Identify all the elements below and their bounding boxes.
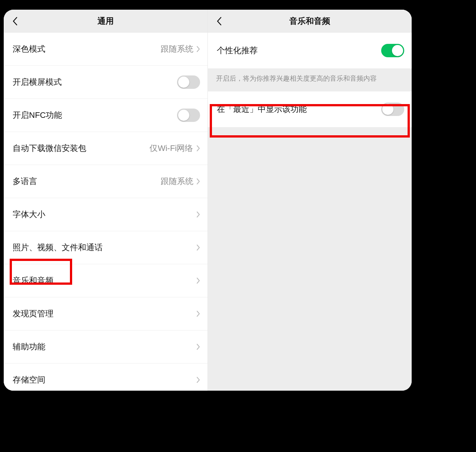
- toggle-landscape[interactable]: [177, 75, 200, 89]
- right-pane: 音乐和音频 个性化推荐 开启后，将为你推荐兴趣相关度更高的音乐和音频内容 在「最…: [208, 10, 412, 391]
- right-title: 音乐和音频: [208, 16, 412, 27]
- row-discover-manage[interactable]: 发现页管理: [4, 297, 208, 330]
- toggle-personalize[interactable]: [381, 44, 404, 57]
- row-personalize[interactable]: 个性化推荐: [208, 33, 412, 68]
- right-group-1: 个性化推荐: [208, 33, 412, 68]
- row-label: 存储空间: [13, 374, 45, 385]
- chevron-right-icon: [196, 145, 200, 152]
- row-label: 音乐和音频: [13, 275, 54, 286]
- row-label: 多语言: [13, 176, 37, 187]
- left-list: 深色模式 跟随系统 开启横屏模式 开启NFC功能 自动下载微信安装包 仅Wi-F…: [4, 33, 208, 391]
- row-tail: 跟随系统: [161, 43, 200, 55]
- row-media[interactable]: 照片、视频、文件和通话: [4, 231, 208, 264]
- row-value: 跟随系统: [161, 43, 193, 55]
- row-show-recent[interactable]: 在「最近」中显示该功能: [208, 91, 412, 127]
- toggle-show-recent[interactable]: [381, 103, 404, 116]
- row-storage[interactable]: 存储空间: [4, 364, 208, 391]
- row-font-size[interactable]: 字体大小: [4, 198, 208, 231]
- chevron-left-icon: [216, 17, 222, 26]
- row-label: 自动下载微信安装包: [13, 143, 86, 154]
- row-accessibility[interactable]: 辅助功能: [4, 330, 208, 364]
- row-value: 仅Wi-Fi网络: [149, 143, 193, 154]
- row-label: 发现页管理: [13, 308, 54, 319]
- row-label: 字体大小: [13, 209, 45, 220]
- row-language[interactable]: 多语言 跟随系统: [4, 165, 208, 198]
- right-header: 音乐和音频: [208, 10, 412, 33]
- left-title: 通用: [4, 16, 208, 27]
- personalize-description: 开启后，将为你推荐兴趣相关度更高的音乐和音频内容: [208, 68, 412, 91]
- chevron-right-icon: [196, 46, 200, 52]
- chevron-right-icon: [196, 377, 200, 383]
- row-landscape[interactable]: 开启横屏模式: [4, 66, 208, 99]
- row-music-audio[interactable]: 音乐和音频: [4, 264, 208, 297]
- chevron-right-icon: [196, 343, 200, 350]
- right-group-2: 在「最近」中显示该功能: [208, 91, 412, 127]
- row-label: 个性化推荐: [217, 45, 258, 56]
- row-label: 开启NFC功能: [13, 110, 62, 121]
- row-dark-mode[interactable]: 深色模式 跟随系统: [4, 33, 208, 66]
- row-label: 开启横屏模式: [13, 77, 62, 88]
- left-pane: 通用 深色模式 跟随系统 开启横屏模式 开启NFC功能 自动下载微信安装包: [4, 10, 208, 391]
- chevron-right-icon: [196, 178, 200, 185]
- back-button-right[interactable]: [208, 10, 230, 33]
- chevron-right-icon: [196, 310, 200, 317]
- back-button-left[interactable]: [4, 10, 26, 33]
- row-label: 照片、视频、文件和通话: [13, 242, 103, 253]
- row-label: 深色模式: [13, 43, 45, 55]
- chevron-right-icon: [196, 277, 200, 284]
- chevron-left-icon: [12, 17, 17, 26]
- row-value: 跟随系统: [161, 176, 193, 187]
- toggle-nfc[interactable]: [177, 109, 200, 122]
- row-label: 辅助功能: [13, 341, 45, 352]
- row-auto-download[interactable]: 自动下载微信安装包 仅Wi-Fi网络: [4, 132, 208, 165]
- chevron-right-icon: [196, 244, 200, 251]
- settings-card: 通用 深色模式 跟随系统 开启横屏模式 开启NFC功能 自动下载微信安装包: [4, 10, 412, 391]
- left-header: 通用: [4, 10, 208, 33]
- chevron-right-icon: [196, 211, 200, 218]
- row-label: 在「最近」中显示该功能: [217, 104, 307, 115]
- row-nfc[interactable]: 开启NFC功能: [4, 99, 208, 132]
